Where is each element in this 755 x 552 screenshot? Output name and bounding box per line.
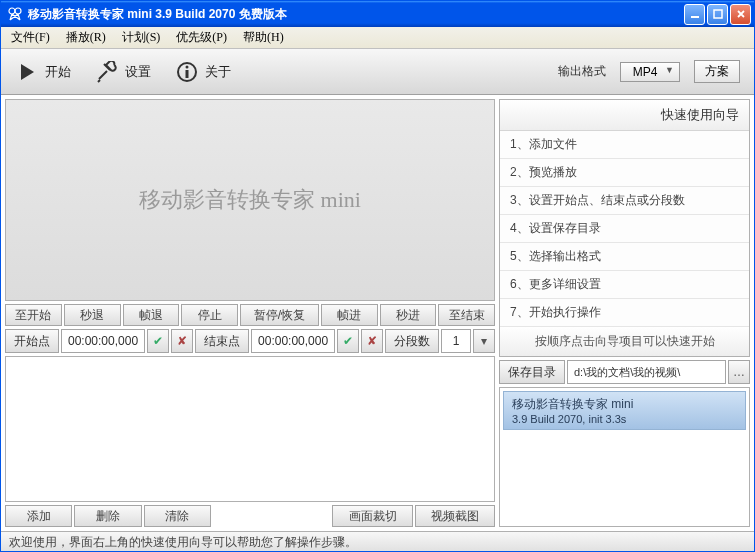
svg-rect-3 (714, 10, 722, 18)
image-crop-button[interactable]: 画面裁切 (332, 505, 412, 527)
output-format-dropdown[interactable]: MP4 (620, 62, 680, 82)
app-icon (7, 6, 23, 22)
end-confirm-button[interactable]: ✔ (337, 329, 359, 353)
scheme-button[interactable]: 方案 (694, 60, 740, 83)
svg-point-1 (15, 8, 21, 14)
titlebar[interactable]: 移动影音转换专家 mini 3.9 Build 2070 免费版本 (1, 1, 754, 27)
tools-icon (95, 60, 119, 84)
sec-fwd-button[interactable]: 秒进 (380, 304, 437, 326)
status-text: 欢迎使用，界面右上角的快速使用向导可以帮助您了解操作步骤。 (9, 535, 357, 549)
start-clear-button[interactable]: ✘ (171, 329, 193, 353)
watermark-text: 移动影音转换专家 mini (139, 185, 361, 215)
segments-label: 分段数 (385, 329, 439, 353)
guide-item-1[interactable]: 1、添加文件 (500, 131, 749, 159)
end-point-field[interactable]: 00:00:00,000 (251, 329, 335, 353)
add-button[interactable]: 添加 (5, 505, 72, 527)
list-controls: 添加 删除 清除 画面裁切 视频截图 (5, 505, 495, 527)
play-icon (15, 60, 39, 84)
menu-help[interactable]: 帮助(H) (235, 27, 292, 48)
file-list[interactable] (5, 356, 495, 502)
guide-item-7[interactable]: 7、开始执行操作 (500, 299, 749, 327)
close-button[interactable] (730, 4, 751, 25)
save-dir-label: 保存目录 (499, 360, 565, 384)
menu-plan[interactable]: 计划(S) (114, 27, 169, 48)
time-controls: 开始点 00:00:00,000 ✔ ✘ 结束点 00:00:00,000 ✔ … (5, 329, 495, 353)
quick-guide: 快速使用向导 1、添加文件 2、预览播放 3、设置开始点、结束点或分段数 4、设… (499, 99, 750, 357)
output-format-label: 输出格式 (558, 63, 606, 80)
stop-button[interactable]: 停止 (181, 304, 238, 326)
frame-fwd-button[interactable]: 帧进 (321, 304, 378, 326)
menu-play[interactable]: 播放(R) (58, 27, 114, 48)
end-point-label: 结束点 (195, 329, 249, 353)
statusbar: 欢迎使用，界面右上角的快速使用向导可以帮助您了解操作步骤。 (1, 531, 754, 551)
log-entry[interactable]: 移动影音转换专家 mini 3.9 Build 2070, init 3.3s (503, 391, 746, 430)
preview-pane: 移动影音转换专家 mini (5, 99, 495, 301)
svg-rect-2 (691, 16, 699, 18)
guide-title: 快速使用向导 (500, 100, 749, 131)
info-icon (175, 60, 199, 84)
settings-button[interactable]: 设置 (95, 60, 151, 84)
log-panel: 移动影音转换专家 mini 3.9 Build 2070, init 3.3s (499, 387, 750, 527)
pause-resume-button[interactable]: 暂停/恢复 (240, 304, 319, 326)
menu-file[interactable]: 文件(F) (3, 27, 58, 48)
minimize-button[interactable] (684, 4, 705, 25)
start-button[interactable]: 开始 (15, 60, 71, 84)
start-confirm-button[interactable]: ✔ (147, 329, 169, 353)
save-dir-field[interactable]: d:\我的文档\我的视频\ (567, 360, 726, 384)
end-clear-button[interactable]: ✘ (361, 329, 383, 353)
start-point-field[interactable]: 00:00:00,000 (61, 329, 145, 353)
svg-point-0 (9, 8, 15, 14)
log-line2: 3.9 Build 2070, init 3.3s (512, 413, 737, 425)
menubar: 文件(F) 播放(R) 计划(S) 优先级(P) 帮助(H) (1, 27, 754, 49)
svg-rect-6 (186, 70, 189, 78)
about-button[interactable]: 关于 (175, 60, 231, 84)
app-window: 移动影音转换专家 mini 3.9 Build 2070 免费版本 文件(F) … (0, 0, 755, 552)
clear-button[interactable]: 清除 (144, 505, 211, 527)
goto-end-button[interactable]: 至结束 (438, 304, 495, 326)
toolbar: 开始 设置 关于 输出格式 MP4 方案 (1, 49, 754, 95)
guide-footer: 按顺序点击向导项目可以快速开始 (500, 327, 749, 356)
save-dir-row: 保存目录 d:\我的文档\我的视频\ … (499, 360, 750, 384)
menu-priority[interactable]: 优先级(P) (168, 27, 235, 48)
guide-item-6[interactable]: 6、更多详细设置 (500, 271, 749, 299)
guide-item-5[interactable]: 5、选择输出格式 (500, 243, 749, 271)
video-crop-button[interactable]: 视频截图 (415, 505, 495, 527)
segments-dropdown-button[interactable]: ▾ (473, 329, 495, 353)
delete-button[interactable]: 删除 (74, 505, 141, 527)
frame-back-button[interactable]: 帧退 (123, 304, 180, 326)
segments-field[interactable]: 1 (441, 329, 471, 353)
window-title: 移动影音转换专家 mini 3.9 Build 2070 免费版本 (28, 6, 287, 23)
start-point-label: 开始点 (5, 329, 59, 353)
browse-dir-button[interactable]: … (728, 360, 750, 384)
guide-item-3[interactable]: 3、设置开始点、结束点或分段数 (500, 187, 749, 215)
guide-item-4[interactable]: 4、设置保存目录 (500, 215, 749, 243)
sec-back-button[interactable]: 秒退 (64, 304, 121, 326)
maximize-button[interactable] (707, 4, 728, 25)
log-line1: 移动影音转换专家 mini (512, 396, 737, 413)
goto-start-button[interactable]: 至开始 (5, 304, 62, 326)
playback-controls: 至开始 秒退 帧退 停止 暂停/恢复 帧进 秒进 至结束 (5, 304, 495, 326)
guide-item-2[interactable]: 2、预览播放 (500, 159, 749, 187)
svg-point-5 (186, 65, 189, 68)
